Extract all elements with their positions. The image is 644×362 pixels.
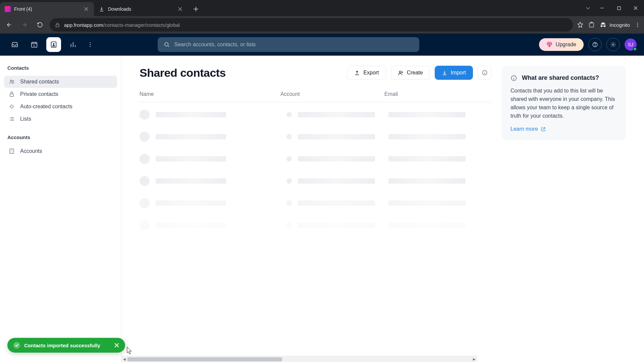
toast-message: Contacts imported successfully [24, 343, 100, 348]
search-icon [164, 42, 170, 48]
incognito-icon [599, 21, 607, 28]
front-favicon [5, 6, 11, 12]
skeleton-row [140, 176, 492, 186]
table-header: Name Account Email [140, 88, 492, 102]
user-avatar[interactable]: SJ [625, 39, 637, 51]
info-panel-title: What are shared contacts? [522, 74, 599, 82]
sidebar-item-auto-created[interactable]: Auto-created contacts [4, 101, 117, 113]
reload-button[interactable] [34, 19, 46, 31]
info-panel-body: Contacts that you add to this list will … [511, 87, 617, 120]
incognito-badge[interactable]: Incognito [599, 21, 630, 28]
svg-point-18 [10, 80, 12, 82]
column-name[interactable]: Name [140, 91, 280, 97]
import-label: Import [451, 70, 466, 76]
browser-toolbar: app.frontapp.com/contacts-manager/contac… [0, 16, 644, 34]
svg-point-14 [165, 43, 168, 46]
window-minimize[interactable] [594, 2, 610, 14]
nav-more[interactable] [85, 42, 95, 48]
help-button[interactable] [588, 38, 602, 51]
column-email[interactable]: Email [384, 91, 492, 97]
upgrade-button[interactable]: Upgrade [539, 38, 584, 51]
download-icon [442, 70, 447, 76]
incognito-label: Incognito [609, 22, 630, 28]
sidebar-item-label: Lists [20, 116, 31, 122]
building-icon [9, 148, 15, 154]
window-maximize[interactable] [610, 2, 627, 14]
chevron-down-icon[interactable] [586, 6, 590, 10]
external-link-icon [541, 127, 546, 132]
sidebar: Contacts Shared contacts Private contact… [0, 56, 121, 362]
tab-title: Downloads [108, 6, 174, 12]
forward-button[interactable] [19, 19, 30, 31]
sidebar-item-lists[interactable]: Lists [4, 113, 117, 125]
info-panel: What are shared contacts? Contacts that … [502, 66, 626, 140]
search-input[interactable] [174, 42, 413, 48]
browser-tab-downloads[interactable]: Downloads [94, 2, 188, 16]
scroll-left-arrow[interactable]: ◀ [121, 357, 127, 361]
svg-point-10 [53, 43, 55, 45]
check-icon [13, 342, 20, 349]
sidebar-item-label: Shared contacts [20, 79, 59, 85]
diamond-icon [546, 42, 552, 48]
back-button[interactable] [3, 19, 15, 31]
horizontal-scrollbar[interactable]: ◀ ▶ [121, 356, 477, 362]
new-tab-button[interactable] [190, 3, 202, 15]
svg-point-13 [90, 46, 91, 47]
svg-point-16 [595, 46, 595, 46]
page-header: Shared contacts Export Create Import [140, 66, 492, 80]
sidebar-item-label: Accounts [20, 148, 42, 154]
scroll-right-arrow[interactable]: ▶ [471, 357, 477, 361]
sparkle-icon [9, 104, 15, 110]
global-search[interactable] [158, 37, 419, 52]
nav-analytics[interactable] [66, 37, 80, 52]
avatar-initials: SJ [628, 42, 633, 47]
app-header: 31 Upgrade SJ [0, 34, 644, 56]
import-button[interactable]: Import [435, 66, 473, 80]
list-icon [9, 116, 15, 122]
upload-icon [354, 70, 360, 76]
loading-skeleton [140, 102, 492, 230]
sidebar-item-private-contacts[interactable]: Private contacts [4, 88, 117, 100]
skeleton-row [140, 220, 492, 230]
settings-button[interactable] [606, 38, 620, 51]
toast-close-button[interactable] [114, 343, 119, 348]
browser-tab-front[interactable]: Front (4) [0, 2, 94, 16]
sidebar-item-shared-contacts[interactable]: Shared contacts [4, 76, 117, 88]
page-title: Shared contacts [140, 66, 226, 79]
window-close[interactable] [627, 2, 644, 14]
extensions-icon[interactable] [588, 22, 595, 28]
nav-calendar[interactable]: 31 [27, 37, 42, 52]
address-bar[interactable]: app.frontapp.com/contacts-manager/contac… [50, 18, 573, 32]
main-area: Shared contacts Export Create Import [121, 56, 644, 362]
svg-point-22 [399, 71, 401, 73]
export-button[interactable]: Export [347, 66, 386, 80]
svg-rect-21 [10, 149, 14, 154]
browser-tab-strip: Front (4) Downloads [0, 0, 644, 16]
nav-inbox[interactable] [7, 37, 22, 52]
download-icon [99, 6, 105, 12]
svg-point-4 [637, 22, 638, 23]
svg-rect-2 [589, 23, 594, 27]
browser-menu-icon[interactable] [635, 22, 641, 28]
learn-more-link[interactable]: Learn more [511, 126, 546, 132]
skeleton-row [140, 154, 492, 164]
column-account[interactable]: Account [280, 91, 384, 97]
skeleton-row [140, 198, 492, 208]
close-icon[interactable] [177, 6, 183, 12]
sidebar-item-accounts[interactable]: Accounts [4, 145, 117, 157]
sidebar-item-label: Private contacts [20, 91, 58, 97]
svg-rect-1 [56, 24, 59, 26]
sidebar-item-label: Auto-created contacts [20, 104, 72, 110]
info-icon [511, 75, 517, 82]
export-label: Export [363, 70, 379, 76]
page-info-button[interactable] [478, 66, 492, 80]
bookmark-icon[interactable] [577, 21, 584, 28]
svg-text:31: 31 [33, 44, 36, 47]
url-path: /contacts-manager/contacts/global [103, 22, 180, 28]
create-button[interactable]: Create [391, 66, 430, 80]
scroll-track[interactable] [127, 357, 471, 362]
nav-contacts[interactable] [46, 37, 61, 52]
scroll-thumb[interactable] [127, 357, 282, 361]
close-icon[interactable] [83, 6, 89, 12]
sidebar-heading-accounts: Accounts [4, 132, 117, 145]
